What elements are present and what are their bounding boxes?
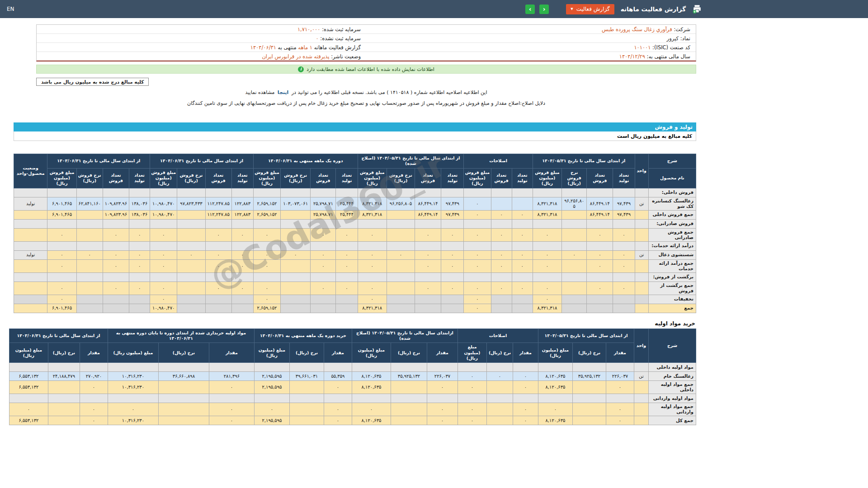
table-cell	[587, 304, 613, 313]
header-period-group: از ابتدای سال مالی تا تاریخ ۱۴۰۳/۰۶/۳۱	[9, 328, 108, 343]
report-type-dropdown[interactable]: ▼ گزارش فعالیت	[566, 4, 614, 14]
table-cell: ۰	[464, 210, 491, 219]
table-cell	[352, 363, 391, 372]
table-cell	[415, 304, 441, 313]
isic-label: کد صنعت (ISIC):	[652, 44, 690, 51]
table-cell	[103, 241, 129, 250]
table-cell	[464, 188, 491, 197]
table-cell: ۸۶,۴۴۹.۱۴	[587, 197, 613, 210]
table-cell	[205, 304, 231, 313]
header-subcolumn: نرخ (ریال)	[48, 343, 80, 363]
table-cell: ۰	[491, 282, 512, 295]
table-cell: ۸۶,۴۴۹.۱۴	[415, 210, 441, 219]
previous-announcement-button[interactable]: ‹	[525, 5, 535, 14]
table-cell	[415, 272, 441, 282]
table-cell	[486, 403, 513, 416]
table-cell	[562, 228, 587, 241]
table-cell	[231, 219, 253, 228]
table-cell	[358, 241, 387, 250]
table-cell: ۰	[103, 228, 129, 241]
table-cell	[289, 363, 324, 372]
table-cell: ۰	[150, 259, 177, 272]
table-cell	[441, 272, 464, 282]
table-cell	[76, 272, 103, 282]
table-cell: ۰	[205, 259, 231, 272]
table-cell	[387, 219, 415, 228]
table-cell	[562, 210, 587, 219]
table-row-product: زغالسنگ خامتن۲۲۶,۰۳۷۳۵,۹۲۵,۱۳۲۸,۱۲۰,۶۳۵۰…	[9, 372, 696, 381]
table-cell	[311, 241, 336, 250]
table-cell	[587, 241, 613, 250]
table-row-section: فروش صادراتی:	[14, 219, 696, 228]
table-cell: ۲,۱۹۵,۵۹۵	[254, 416, 289, 425]
unit-cell: تن	[635, 197, 648, 210]
table-row-total: جمع فروش صادراتی۰۰۰۰۰۰۰۰۰۰۰۰۰۰۰۰۰۰	[14, 228, 696, 241]
table-cell: ۰	[613, 259, 635, 272]
table-cell: ۸۶,۴۴۹.۱۴	[415, 197, 441, 210]
table-cell	[281, 282, 311, 295]
table-cell	[209, 363, 254, 372]
table-cell: ۰	[458, 403, 486, 416]
table-cell	[231, 241, 253, 250]
header-subcolumn: مقدار	[324, 343, 352, 363]
unregistered-capital-cell: سرمایه ثبت نشده: ۰	[37, 34, 366, 42]
status-cell	[14, 259, 47, 272]
header-subcolumn: تعداد تولید	[441, 168, 464, 188]
table-row-section: مواد اولیه وارداتی	[9, 394, 696, 403]
row-label: زغالسنگ کنسانتره کک شو	[648, 197, 696, 210]
header-subcolumn: مبلغ فروش (میلیون ریال)	[150, 168, 177, 188]
table-cell	[613, 241, 635, 250]
table-cell: ۰	[324, 381, 352, 394]
table-cell	[9, 363, 48, 372]
table-cell: ۰	[464, 250, 491, 259]
table-row-section: مواد اولیه داخلی	[9, 363, 696, 372]
table-row-total: جمع مواد اولیه داخلی۰۸,۱۲۰,۶۳۵۰۰۰۸,۱۲۰,۶…	[9, 381, 696, 394]
unit-cell	[634, 416, 649, 425]
header-period-group: دوره یک ماهه منتهی به ۱۴۰۴/۰۶/۳۱	[253, 154, 358, 169]
table-cell	[486, 381, 513, 394]
next-announcement-button[interactable]: ›	[539, 5, 549, 14]
header-row-groups: شرحواحداز ابتدای سال مالی تا تاریخ ۱۴۰۴/…	[9, 328, 696, 343]
table-cell	[103, 219, 129, 228]
table-cell: ۰	[464, 282, 491, 295]
table-cell: ۰	[533, 228, 561, 241]
table-cell	[491, 219, 512, 228]
print-icon[interactable]	[692, 4, 702, 14]
table-cell: ۰	[311, 282, 336, 295]
row-label: جمع	[648, 304, 696, 313]
capital-value: ۱,۷۱۰,۰۰۰	[297, 26, 321, 33]
materials-table-container: شرحواحداز ابتدای سال مالی تا تاریخ ۱۴۰۴/…	[14, 328, 696, 426]
table-cell	[177, 304, 205, 313]
table-cell: ۶,۹۰۱,۴۶۵	[47, 210, 76, 219]
table-cell: ۰	[606, 416, 634, 425]
table-cell	[311, 188, 336, 197]
signature-banner: اطلاعات نمایش داده شده با اطلاعات امضا ش…	[36, 65, 696, 74]
table-cell	[538, 363, 572, 372]
table-cell: ۰	[336, 282, 358, 295]
table-cell	[281, 188, 311, 197]
table-cell	[391, 403, 427, 416]
table-cell: ۰	[352, 403, 391, 416]
header-subcolumn: مبلغ (میلیون ریال)	[538, 343, 572, 363]
isic-cell: کد صنعت (ISIC): ۱۰۱۰۰۱	[366, 43, 696, 52]
table-cell: ۰	[281, 250, 311, 259]
table-cell: ۱۲۲,۸۸۳	[231, 210, 253, 219]
table-cell: ۳۶,۶۶۰,۸۹۸	[158, 372, 209, 381]
table-cell	[613, 295, 635, 304]
table-row-total: جمع برگشت از فروش۰۰۰۰۰۰۰۰۰۰۰۰۰۰۰۰۰۰	[14, 282, 696, 295]
table-row-section: فروش داخلی:	[14, 188, 696, 197]
language-en-link[interactable]: EN	[7, 6, 14, 12]
table-cell	[324, 363, 352, 372]
table-cell	[47, 188, 76, 197]
table-cell	[573, 381, 606, 394]
table-cell: ۶,۹۰۱,۴۶۵	[47, 304, 76, 313]
table-cell: ۰	[458, 416, 486, 425]
previous-announcement-link[interactable]: اینجا	[278, 89, 288, 95]
table-cell: ۶۲,۸۴۱,۱۶۰	[76, 197, 103, 210]
table-cell: ۰	[513, 381, 538, 394]
info-section: شرکت: فرآوري زغال سنگ پرورده طبس سرمایه …	[36, 24, 696, 106]
table-cell	[427, 394, 458, 403]
table-cell	[150, 272, 177, 282]
table-cell	[387, 228, 415, 241]
row-label: شستشوی ذغال	[648, 250, 696, 259]
